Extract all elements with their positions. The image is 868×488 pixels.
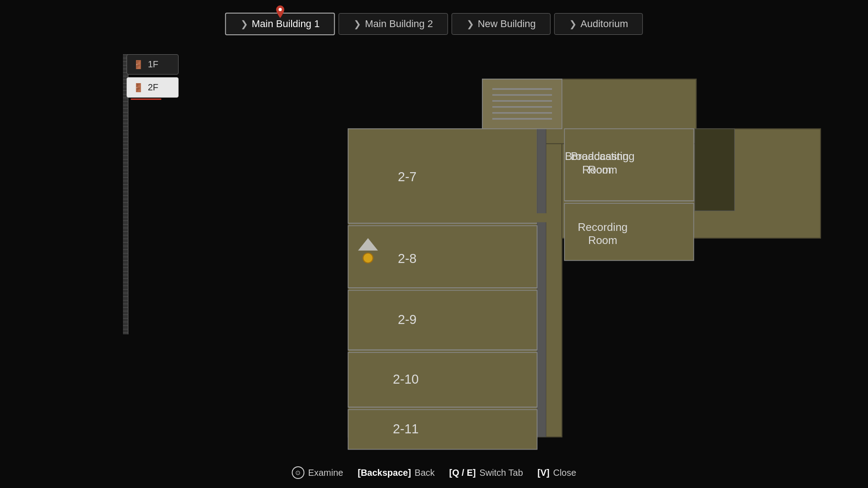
- svg-text:2-10: 2-10: [393, 372, 419, 386]
- tab-label: Main Building 2: [365, 18, 433, 30]
- tab-auditorium[interactable]: ❯ Auditorium: [554, 13, 643, 35]
- location-pin-icon: [275, 5, 285, 18]
- floor-label: 1F: [148, 59, 158, 70]
- tabs-container: ❯ Main Building 1 ❯ Main Building 2 ❯ Ne…: [225, 13, 643, 35]
- chevron-icon: ❯: [354, 19, 361, 29]
- chevron-icon: ❯: [467, 19, 474, 29]
- svg-rect-10: [348, 291, 537, 350]
- floor-label: 2F: [148, 82, 158, 93]
- svg-text:2-7: 2-7: [398, 169, 416, 184]
- svg-point-31: [363, 253, 373, 263]
- floor-1f-button[interactable]: 🚪 1F: [127, 54, 179, 75]
- svg-text:Recording: Recording: [578, 221, 627, 233]
- switchtab-key[interactable]: [Q / E]: [449, 468, 476, 478]
- back-key[interactable]: [Backspace]: [358, 468, 411, 478]
- back-label: Back: [415, 468, 434, 478]
- svg-rect-8: [348, 226, 537, 288]
- tab-main-building-2[interactable]: ❯ Main Building 2: [339, 13, 448, 35]
- chevron-icon: ❯: [241, 19, 248, 29]
- svg-rect-7: [536, 213, 547, 222]
- close-key[interactable]: [V]: [538, 468, 550, 478]
- door-icon: 🚪: [133, 83, 143, 93]
- floor-selector: 🚪 1F 🚪 2F: [127, 54, 179, 98]
- switchtab-label: Switch Tab: [479, 468, 523, 478]
- switchtab-control: [Q / E] Switch Tab: [449, 468, 523, 478]
- bottom-controls: ⊙ Examine [Backspace] Back [Q / E] Switc…: [292, 466, 576, 479]
- close-control: [V] Close: [538, 468, 576, 478]
- floor-2f-button[interactable]: 🚪 2F: [127, 77, 179, 98]
- tab-label: New Building: [478, 18, 536, 30]
- svg-text:Room: Room: [588, 234, 618, 246]
- svg-point-0: [278, 8, 282, 11]
- svg-text:Room: Room: [588, 164, 618, 176]
- svg-text:2-9: 2-9: [398, 312, 416, 327]
- svg-text:Broadcasting: Broadcasting: [571, 150, 635, 162]
- svg-rect-16: [482, 79, 562, 129]
- examine-label: Examine: [308, 468, 343, 478]
- back-control: [Backspace] Back: [358, 468, 434, 478]
- svg-rect-6: [537, 129, 546, 437]
- tab-new-building[interactable]: ❯ New Building: [452, 13, 551, 35]
- chevron-icon: ❯: [569, 19, 577, 29]
- map-container: 2-7 2-8 2-9 2-10 2-11 Broadcasting Room …: [127, 54, 868, 452]
- examine-control: ⊙ Examine: [292, 466, 343, 479]
- svg-text:2-8: 2-8: [398, 251, 416, 266]
- tab-label: Main Building 1: [252, 18, 320, 30]
- svg-text:2-11: 2-11: [393, 422, 419, 436]
- door-icon: 🚪: [133, 60, 143, 70]
- svg-rect-4: [348, 129, 537, 223]
- floor-map: 2-7 2-8 2-9 2-10 2-11 Broadcasting Room …: [127, 54, 868, 452]
- svg-rect-12: [348, 352, 537, 407]
- tab-label: Auditorium: [580, 18, 628, 30]
- examine-icon: ⊙: [292, 466, 304, 479]
- close-label: Close: [553, 468, 576, 478]
- tab-main-building-1[interactable]: ❯ Main Building 1: [225, 13, 335, 35]
- svg-rect-14: [348, 410, 537, 450]
- svg-rect-38: [695, 129, 735, 211]
